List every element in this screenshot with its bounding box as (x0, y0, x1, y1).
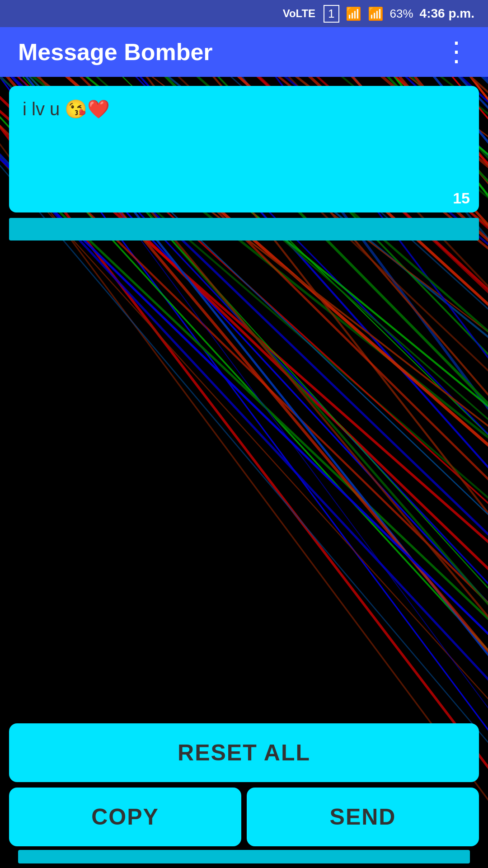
app-title: Message Bomber (18, 38, 213, 66)
buttons-area: RESET ALL COPY SEND (0, 723, 488, 868)
message-area: i lv u 😘❤️ 15 (9, 86, 479, 214)
battery-indicator: 63% (390, 7, 413, 21)
signal-icon: 📶 (346, 6, 361, 21)
bottom-progress-bar (18, 850, 470, 863)
bottom-buttons-row: COPY SEND (9, 788, 479, 846)
reset-all-button[interactable]: RESET ALL (9, 723, 479, 782)
send-button[interactable]: SEND (247, 788, 479, 846)
message-input[interactable]: i lv u 😘❤️ (9, 86, 479, 212)
main-content: i lv u 😘❤️ 15 RESET ALL COPY SEND (0, 86, 488, 868)
copy-button[interactable]: COPY (9, 788, 241, 846)
sim-indicator: 1 (324, 5, 339, 23)
more-options-icon[interactable]: ⋮ (443, 38, 470, 66)
seek-bar[interactable] (9, 218, 479, 241)
volte-indicator: VoLTE (283, 7, 315, 20)
char-count: 15 (453, 189, 470, 207)
seek-bar-container (9, 218, 479, 241)
status-icons: 1 📶 📶 63% 4:36 p.m. (324, 5, 474, 23)
signal-bars: 📶 (368, 6, 384, 21)
app-bar: Message Bomber ⋮ (0, 27, 488, 77)
time-display: 4:36 p.m. (420, 6, 474, 21)
status-bar: VoLTE 1 📶 📶 63% 4:36 p.m. (0, 0, 488, 27)
